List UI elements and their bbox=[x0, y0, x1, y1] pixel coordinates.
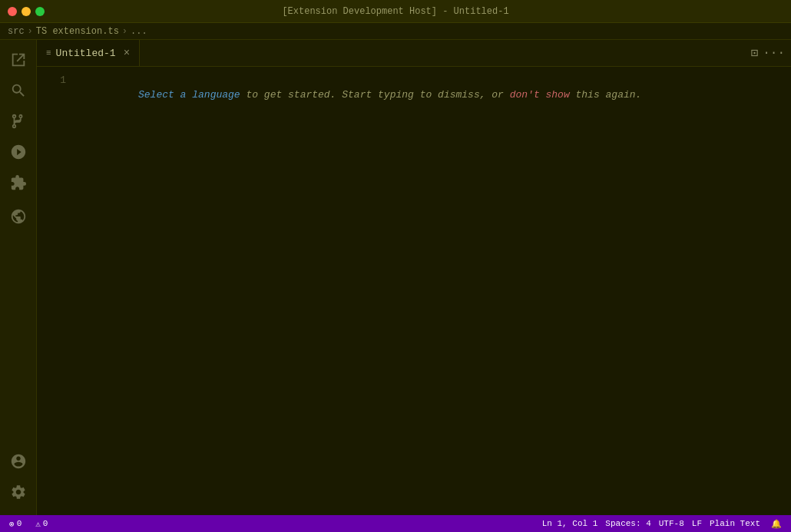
activity-bar-bottom bbox=[5, 448, 32, 515]
remote-icon[interactable] bbox=[5, 203, 32, 230]
extensions-icon[interactable] bbox=[5, 169, 32, 197]
editor-content[interactable]: 1 Select a language to get started. Star… bbox=[37, 67, 791, 515]
search-icon[interactable] bbox=[5, 77, 32, 104]
minimize-button[interactable] bbox=[22, 7, 31, 16]
cursor-position[interactable]: Ln 1, Col 1 bbox=[539, 519, 601, 528]
notifications-bell[interactable]: 🔔 bbox=[768, 519, 785, 529]
errors-count[interactable]: ⊗ 0 bbox=[6, 519, 25, 529]
title-bar: [Extension Development Host] - Untitled-… bbox=[0, 0, 791, 23]
tab-close-button[interactable]: × bbox=[124, 47, 130, 59]
line-number-1: 1 bbox=[37, 73, 66, 88]
bell-icon: 🔔 bbox=[771, 519, 782, 529]
tabs-bar: ≡ Untitled-1 × ⊡ ··· bbox=[37, 40, 791, 67]
encoding-text: UTF-8 bbox=[659, 519, 684, 528]
explorer-icon[interactable] bbox=[5, 46, 32, 74]
tab-label: Untitled-1 bbox=[56, 48, 116, 59]
run-debug-icon[interactable] bbox=[5, 138, 32, 166]
tab-untitled-1[interactable]: ≡ Untitled-1 × bbox=[37, 40, 140, 66]
indentation-text: Spaces: 4 bbox=[605, 519, 650, 528]
account-icon[interactable] bbox=[5, 448, 32, 475]
warning-count-value: 0 bbox=[43, 519, 48, 528]
main-layout: ≡ Untitled-1 × ⊡ ··· 1 Select a language… bbox=[0, 40, 791, 515]
source-control-icon[interactable] bbox=[5, 107, 32, 135]
eol-text: LF bbox=[692, 519, 702, 528]
status-bar: ⊗ 0 ⚠ 0 Ln 1, Col 1 Spaces: 4 UTF-8 LF P… bbox=[0, 515, 791, 532]
line-numbers: 1 bbox=[37, 67, 75, 515]
select-language-link[interactable]: Select a language bbox=[138, 89, 240, 101]
cursor-position-text: Ln 1, Col 1 bbox=[542, 519, 598, 528]
language-mode-text: Plain Text bbox=[710, 519, 760, 528]
tab-actions: ⊡ ··· bbox=[751, 40, 791, 66]
editor-text-area[interactable]: Select a language to get started. Start … bbox=[75, 67, 782, 515]
tab-menu-icon: ≡ bbox=[46, 48, 51, 58]
editor-line-1: Select a language to get started. Start … bbox=[78, 73, 782, 117]
status-right: Ln 1, Col 1 Spaces: 4 UTF-8 LF Plain Tex… bbox=[539, 519, 785, 529]
indentation[interactable]: Spaces: 4 bbox=[602, 519, 654, 528]
scrollbar[interactable] bbox=[782, 67, 791, 515]
maximize-button[interactable] bbox=[35, 7, 45, 16]
language-mode[interactable]: Plain Text bbox=[707, 519, 763, 528]
activity-bar bbox=[0, 40, 37, 515]
breadcrumb-ts[interactable]: TS extension.ts bbox=[36, 26, 119, 37]
breadcrumb: src › TS extension.ts › ... bbox=[0, 23, 791, 40]
editor-area: ≡ Untitled-1 × ⊡ ··· 1 Select a language… bbox=[37, 40, 791, 515]
eol[interactable]: LF bbox=[689, 519, 705, 528]
encoding[interactable]: UTF-8 bbox=[656, 519, 687, 528]
close-button[interactable] bbox=[8, 7, 17, 16]
error-count-value: 0 bbox=[17, 519, 22, 528]
breadcrumb-ellipsis[interactable]: ... bbox=[131, 26, 147, 37]
warnings-count[interactable]: ⚠ 0 bbox=[32, 519, 51, 529]
breadcrumb-src[interactable]: src bbox=[8, 26, 25, 37]
hint-text-1: to get started. Start typing to dismiss,… bbox=[240, 89, 510, 101]
breadcrumb-sep-2: › bbox=[122, 26, 127, 37]
error-icon: ⊗ bbox=[9, 519, 15, 529]
settings-icon[interactable] bbox=[5, 478, 32, 506]
hint-text-2: this again. bbox=[570, 89, 642, 101]
warning-icon: ⚠ bbox=[35, 519, 41, 529]
split-editor-button[interactable]: ⊡ bbox=[751, 45, 759, 61]
window-controls[interactable] bbox=[8, 7, 45, 16]
more-actions-button[interactable]: ··· bbox=[763, 46, 785, 60]
window-title: [Extension Development Host] - Untitled-… bbox=[282, 6, 508, 17]
dont-show-link[interactable]: don't show bbox=[510, 89, 570, 101]
breadcrumb-sep-1: › bbox=[28, 26, 33, 37]
status-left: ⊗ 0 ⚠ 0 bbox=[6, 519, 51, 529]
